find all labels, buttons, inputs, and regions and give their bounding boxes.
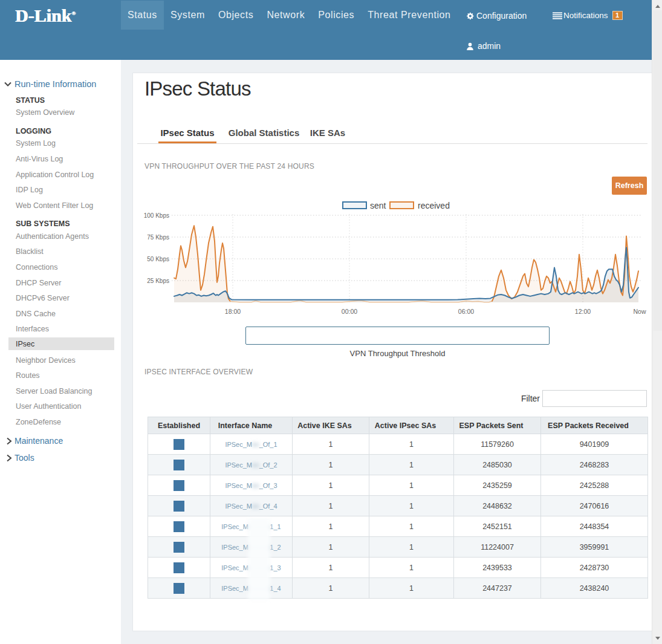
svg-text:12:00: 12:00	[575, 308, 591, 315]
svg-text:25 Kbps: 25 Kbps	[147, 278, 169, 284]
svg-text:06:00: 06:00	[458, 308, 474, 315]
svg-text:00:00: 00:00	[342, 308, 357, 315]
svg-text:Now: Now	[633, 308, 646, 315]
svg-text:75 Kbps: 75 Kbps	[147, 234, 169, 241]
svg-text:18:00: 18:00	[225, 308, 241, 315]
svg-text:100 Kbps: 100 Kbps	[144, 212, 169, 219]
svg-text:50 Kbps: 50 Kbps	[147, 256, 169, 262]
